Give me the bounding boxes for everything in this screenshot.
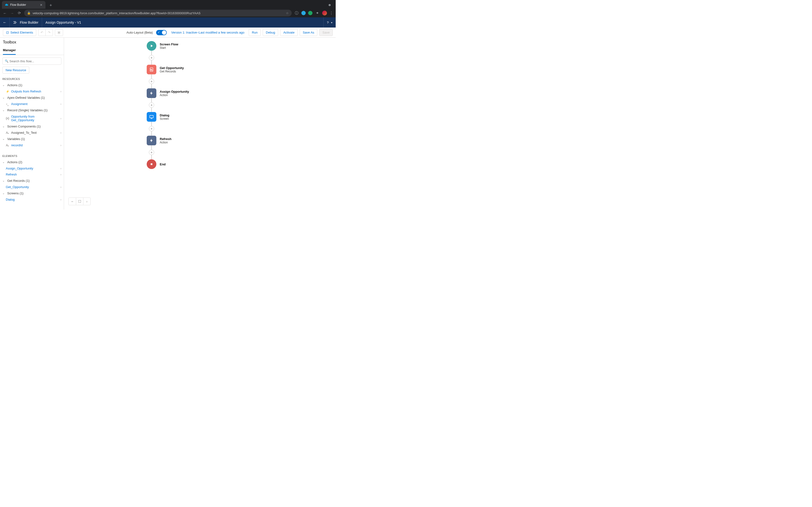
save-button: Save <box>319 29 333 36</box>
help-menu[interactable]: ? ▾ <box>323 17 336 27</box>
zoom-out-button[interactable]: − <box>69 198 76 205</box>
resource-item[interactable]: {x} Opportunity from Get_Opportunity › <box>1 113 62 123</box>
profile-avatar[interactable] <box>322 11 327 15</box>
chevron-right-icon: › <box>60 167 61 170</box>
element-label: Get_Opportunity <box>6 185 29 189</box>
select-elements-button[interactable]: Select Elements <box>3 29 36 36</box>
resource-item[interactable]: ⚡ Outputs from Refresh › <box>1 89 62 95</box>
group-label: Screen Components (1) <box>7 125 41 128</box>
bolt-icon: ⚡ <box>6 90 9 93</box>
flow-node[interactable]: Assign OpportunityAction <box>147 89 253 98</box>
new-tab-button[interactable]: + <box>47 2 54 9</box>
close-icon[interactable]: ✕ <box>40 3 43 7</box>
play-node-icon <box>147 41 156 51</box>
group-apex-vars[interactable]: ⌄ Apex-Defined Variables (1) <box>1 95 62 101</box>
forward-icon[interactable]: → <box>10 11 14 15</box>
group-elements-screens[interactable]: ⌄ Screens (1) <box>1 190 62 196</box>
resource-item[interactable]: Aₐ recordId › <box>1 142 62 148</box>
flow-canvas[interactable]: Screen FlowStart+Get OpportunityGet Reco… <box>64 38 336 210</box>
element-label: Dialog <box>6 198 15 201</box>
new-resource-button[interactable]: New Resource <box>2 67 29 74</box>
address-bar: ← → ⟳ 🔒 velocity-computing-9919.lightnin… <box>0 9 336 17</box>
node-subtitle: Action <box>160 141 171 144</box>
group-label: Actions (1) <box>7 83 22 87</box>
bolt-node-icon <box>147 136 156 145</box>
extensions-puzzle-icon[interactable]: ✦ <box>315 11 320 15</box>
resource-label: recordId <box>11 144 23 147</box>
add-element-button[interactable]: + <box>149 79 154 84</box>
builder-back-button[interactable]: ← <box>0 17 10 27</box>
url-text: velocity-computing-9919.lightning.force.… <box>33 11 201 15</box>
node-labels: Screen FlowStart <box>160 43 179 50</box>
flow-node[interactable]: End <box>147 159 253 169</box>
resource-item[interactable]: ›_ Assignment › <box>1 101 62 107</box>
group-label: Get Records (1) <box>7 179 30 182</box>
activate-button[interactable]: Activate <box>280 29 298 36</box>
info-icon[interactable]: ⓘ <box>294 11 299 15</box>
element-item[interactable]: Assign_Opportunity › <box>1 165 62 171</box>
resource-label: Assignment <box>11 102 28 106</box>
add-element-button[interactable]: + <box>149 126 154 131</box>
connector-line <box>151 98 152 102</box>
chevron-down-icon: ⌄ <box>2 125 5 128</box>
element-label: Assign_Opportunity <box>6 167 33 170</box>
help-icon: ? <box>327 21 329 24</box>
autolayout-label: Auto-Layout (Beta) <box>126 31 153 34</box>
extension-icon[interactable] <box>301 11 306 15</box>
autolayout-toggle[interactable]: ✓ <box>156 30 167 35</box>
url-input[interactable]: 🔒 velocity-computing-9919.lightning.forc… <box>24 10 292 16</box>
group-elements-actions[interactable]: ⌄ Actions (2) <box>1 159 62 165</box>
resource-label: Assigned_To_Text <box>11 131 37 134</box>
chevron-right-icon: › <box>60 173 61 176</box>
version-status-text[interactable]: Version 1: Inactive–Last modified a few … <box>171 31 244 34</box>
group-record-single[interactable]: ⌄ Record (Single) Variables (1) <box>1 107 62 113</box>
window-minimize-icon[interactable] <box>325 1 334 9</box>
chevron-right-icon: › <box>60 198 61 201</box>
node-title: Assign Opportunity <box>160 90 189 94</box>
group-label: Variables (1) <box>7 137 25 141</box>
debug-button[interactable]: Debug <box>263 29 278 36</box>
extension-icon[interactable] <box>308 11 312 15</box>
save-as-button[interactable]: Save As <box>300 29 317 36</box>
chevron-right-icon: › <box>60 144 61 147</box>
search-input[interactable] <box>2 57 61 65</box>
prompt-icon: ›_ <box>6 102 9 106</box>
builder-app-title-segment: Flow Builder <box>10 17 42 27</box>
node-labels: Assign OpportunityAction <box>160 90 189 97</box>
group-actions[interactable]: ⌄ Actions (1) <box>1 82 62 89</box>
undo-button[interactable]: ↶ <box>38 29 46 36</box>
add-element-button[interactable]: + <box>149 102 154 108</box>
element-item[interactable]: Get_Opportunity › <box>1 184 62 190</box>
connector: + <box>147 98 156 112</box>
tab-manager[interactable]: Manager <box>3 46 16 55</box>
flow-node[interactable]: RefreshAction <box>147 136 253 145</box>
zoom-fit-button[interactable] <box>76 198 83 205</box>
elements-heading: ELEMENTS <box>0 153 64 159</box>
node-subtitle: Get Records <box>160 70 184 73</box>
element-item[interactable]: Dialog › <box>1 196 62 203</box>
group-variables[interactable]: ⌄ Variables (1) <box>1 136 62 142</box>
flow-node[interactable]: Get OpportunityGet Records <box>147 65 253 74</box>
zoom-in-button[interactable]: + <box>83 198 90 205</box>
flow-node[interactable]: Screen FlowStart <box>147 41 253 51</box>
reload-icon[interactable]: ⟳ <box>17 11 22 15</box>
redo-button[interactable]: ↷ <box>46 29 53 36</box>
group-screen-components[interactable]: ⌄ Screen Components (1) <box>1 123 62 130</box>
browser-tab[interactable]: Flow Builder ✕ <box>2 1 45 9</box>
chevron-down-icon: ⌄ <box>2 137 5 140</box>
connector-line <box>151 131 152 136</box>
bookmark-star-icon[interactable]: ☆ <box>286 11 289 15</box>
group-elements-getrecords[interactable]: ⌄ Get Records (1) <box>1 177 62 184</box>
add-element-button[interactable]: + <box>149 55 154 60</box>
add-element-button[interactable]: + <box>149 150 154 155</box>
settings-button[interactable] <box>55 29 63 36</box>
connector-line <box>151 122 152 126</box>
run-button[interactable]: Run <box>249 29 261 36</box>
resource-item[interactable]: Aₐ Assigned_To_Text › <box>1 130 62 136</box>
flow-node[interactable]: DialogScreen <box>147 112 253 122</box>
element-item[interactable]: Refresh › <box>1 171 62 177</box>
back-icon[interactable]: ← <box>2 11 7 15</box>
kebab-menu-icon[interactable]: ⋮ <box>329 11 333 15</box>
node-labels: DialogScreen <box>160 113 169 120</box>
svg-point-4 <box>151 69 152 70</box>
